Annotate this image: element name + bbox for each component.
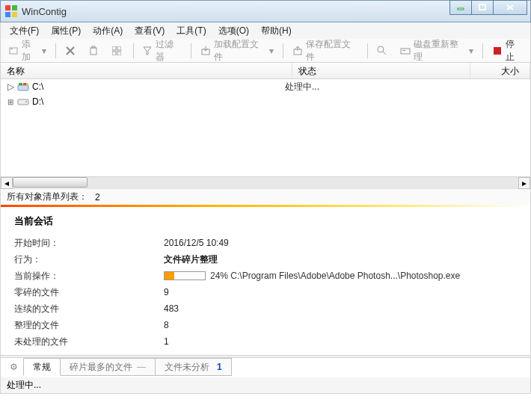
- filter-label: 过滤器: [156, 38, 182, 64]
- svg-rect-12: [112, 52, 116, 55]
- expander-icon[interactable]: ⊞: [7, 98, 14, 106]
- svg-rect-24: [18, 99, 28, 105]
- tab-mostfrag-count: —: [137, 362, 146, 372]
- row-status: 处理中...: [285, 81, 470, 93]
- progress-fill: [165, 272, 174, 280]
- save-profile-button[interactable]: 保存配置文件: [288, 36, 363, 66]
- svg-rect-17: [401, 49, 410, 54]
- svg-rect-7: [10, 49, 13, 49]
- progress-text: 24% C:\Program Files\Adobe\Adobe Photosh…: [210, 271, 460, 281]
- svg-rect-23: [26, 83, 28, 85]
- title-bar: WinContig: [0, 0, 531, 22]
- col-status[interactable]: 状态: [292, 63, 470, 78]
- hscrollbar[interactable]: ◂ ▸: [1, 176, 530, 188]
- contig-label: 连续的文件: [14, 303, 164, 315]
- x-icon: [64, 45, 76, 57]
- svg-rect-9: [92, 46, 95, 48]
- minimize-button[interactable]: [449, 0, 472, 15]
- tab-mostfrag[interactable]: 碎片最多的文件—: [60, 358, 156, 376]
- dropdown-icon: ▾: [268, 45, 274, 57]
- main-panel: 名称 状态 大小 ▷ C:\ 处理中... ⊞ D:\ ◂ ▸: [0, 63, 531, 377]
- remove-button[interactable]: [61, 43, 82, 59]
- scroll-track[interactable]: [13, 177, 518, 189]
- tab-unanalyzed[interactable]: 文件未分析1: [155, 358, 232, 376]
- list-body[interactable]: ▷ C:\ 处理中... ⊞ D:\: [1, 79, 530, 176]
- current-value: 24% C:\Program Files\Adobe\Adobe Photosh…: [164, 271, 460, 281]
- stop-label: 停止: [506, 38, 524, 64]
- row-label: D:\: [32, 96, 43, 107]
- scroll-left-button[interactable]: ◂: [1, 177, 13, 189]
- add-icon: [7, 45, 19, 57]
- tabs: ⚙ 常规 碎片最多的文件— 文件未分析1: [1, 358, 530, 377]
- window-controls: [450, 0, 527, 15]
- defrag-value: 8: [164, 320, 169, 330]
- svg-rect-19: [494, 47, 501, 55]
- separator: [191, 43, 191, 58]
- load-profile-button[interactable]: 加载配置文件 ▾: [196, 36, 278, 66]
- maximize-button[interactable]: [471, 0, 494, 15]
- objects-label: 所有对象清单列表：: [7, 191, 88, 203]
- defrag-disk-button[interactable]: 磁盘重新整理 ▾: [396, 36, 478, 66]
- svg-rect-1: [12, 5, 17, 10]
- gear-button[interactable]: ⚙: [4, 358, 23, 376]
- separator: [482, 43, 483, 58]
- stop-button[interactable]: 停止: [488, 36, 527, 66]
- action-label: 行为：: [14, 253, 164, 266]
- scroll-right-button[interactable]: ▸: [518, 177, 530, 189]
- frag-value: 9: [164, 287, 169, 297]
- drive-d-icon: [17, 96, 29, 108]
- toolbar: 添加 ▾ 过滤器 加载配置文件 ▾ 保存配置文件 磁盘重新整理 ▾ 停止: [0, 39, 531, 63]
- scroll-thumb[interactable]: [13, 177, 88, 188]
- tab-unanalyzed-count: 1: [217, 362, 222, 372]
- load-icon: [200, 45, 212, 57]
- frag-label: 零碎的文件: [14, 286, 164, 299]
- row-label: C:\: [32, 81, 43, 92]
- separator: [367, 43, 368, 58]
- tab-general-label: 常规: [33, 361, 51, 374]
- search-button[interactable]: [372, 43, 394, 59]
- tab-general[interactable]: 常规: [23, 358, 61, 376]
- menu-actions[interactable]: 动作(A): [87, 23, 129, 39]
- search-icon: [376, 45, 388, 57]
- list-row[interactable]: ⊞ D:\: [1, 94, 530, 109]
- action-value: 文件碎片整理: [164, 253, 218, 266]
- separator: [133, 43, 134, 58]
- load-profile-label: 加载配置文件: [214, 38, 267, 64]
- app-icon: [5, 5, 17, 17]
- objects-value: 2: [95, 192, 100, 203]
- pending-label: 未处理的文件: [14, 336, 164, 348]
- filter-button[interactable]: 过滤器: [138, 36, 187, 66]
- grid-button[interactable]: [107, 43, 129, 59]
- session-heading: 当前会话: [14, 214, 517, 228]
- svg-rect-21: [19, 83, 22, 85]
- svg-rect-10: [112, 46, 116, 50]
- status-text: 处理中...: [7, 379, 41, 392]
- svg-point-16: [378, 46, 384, 52]
- funnel-icon: [142, 45, 154, 57]
- drive-c-icon: [17, 81, 29, 93]
- svg-rect-14: [202, 49, 209, 55]
- clear-button[interactable]: [84, 43, 105, 59]
- contig-value: 483: [164, 303, 179, 314]
- status-bar: 处理中...: [0, 377, 531, 394]
- col-name[interactable]: 名称: [1, 63, 292, 78]
- defrag-label: 整理的文件: [14, 319, 164, 332]
- menu-props[interactable]: 属性(P): [45, 23, 87, 39]
- svg-rect-5: [479, 4, 485, 10]
- close-button[interactable]: [493, 0, 527, 15]
- svg-rect-22: [23, 83, 26, 85]
- tab-mostfrag-label: 碎片最多的文件: [70, 361, 132, 374]
- col-size[interactable]: 大小: [470, 63, 530, 78]
- separator: [55, 43, 56, 58]
- disk-icon: [399, 45, 411, 57]
- list-row[interactable]: ▷ C:\ 处理中...: [1, 79, 530, 94]
- list-header: 名称 状态 大小: [1, 63, 530, 79]
- gear-icon: ⚙: [10, 362, 18, 372]
- expander-icon[interactable]: ▷: [7, 81, 14, 92]
- svg-rect-8: [90, 48, 96, 55]
- trash-icon: [88, 45, 99, 57]
- svg-rect-2: [5, 12, 10, 17]
- svg-rect-0: [5, 5, 10, 10]
- svg-rect-3: [12, 12, 17, 17]
- add-button[interactable]: 添加 ▾: [4, 36, 51, 66]
